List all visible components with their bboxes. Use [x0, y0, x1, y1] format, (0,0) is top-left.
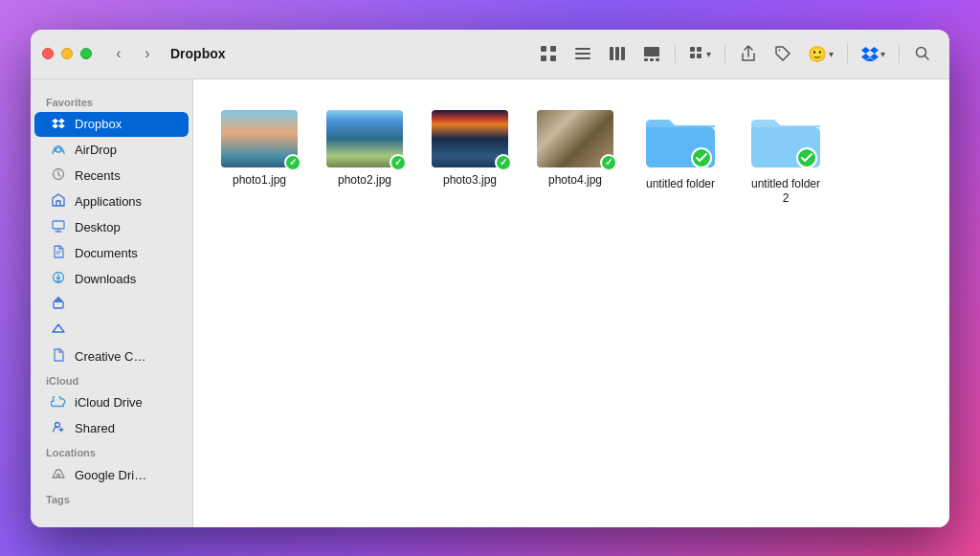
view-gallery-button[interactable] [636, 38, 667, 69]
sync-badge-photo3: ✓ [495, 154, 512, 171]
sync-badge-photo2: ✓ [390, 154, 407, 171]
file-thumb-wrapper-photo1: ✓ [221, 110, 298, 167]
toolbar-right: ▾ 🙂 ▾ [533, 38, 938, 69]
titlebar: ‹ › Dropbox [31, 30, 949, 79]
svg-point-18 [779, 50, 781, 52]
svg-rect-12 [650, 58, 654, 61]
desktop-icon [50, 219, 67, 235]
folder-icon-2 [747, 110, 824, 171]
sidebar-item-downloads[interactable]: Downloads [34, 266, 189, 292]
file-item-photo4[interactable]: ✓ photo4.jpg [532, 102, 618, 196]
airdrop-icon [50, 142, 67, 158]
sidebar-item-creative-label: Creative C… [75, 349, 145, 364]
sidebar-item-shared[interactable]: Shared [34, 415, 189, 441]
tag-button[interactable] [768, 38, 798, 69]
sidebar-item-stack1[interactable] [34, 292, 189, 318]
main-content: Favorites Dropbox AirDrop [31, 79, 949, 527]
svg-rect-4 [575, 48, 590, 50]
sidebar-item-shared-label: Shared [75, 421, 115, 435]
svg-rect-17 [697, 54, 702, 58]
finder-window: ‹ › Dropbox [31, 30, 949, 527]
file-item-photo3[interactable]: ✓ photo3.jpg [427, 102, 513, 196]
file-name-photo2: photo2.jpg [338, 173, 391, 189]
documents-icon [50, 245, 67, 261]
file-item-folder2[interactable]: untitled folder 2 [743, 102, 829, 214]
sidebar-item-google-drive[interactable]: Google Dri… [34, 462, 189, 488]
dropbox-icon [50, 117, 67, 132]
back-button[interactable]: ‹ [107, 42, 130, 65]
svg-rect-8 [615, 47, 619, 60]
sidebar-item-creative[interactable]: Creative C… [34, 344, 189, 369]
files-grid: ✓ photo1.jpg ✓ photo2.jpg ✓ [216, 102, 926, 214]
svg-rect-13 [656, 58, 659, 61]
file-name-photo1: photo1.jpg [233, 173, 286, 189]
file-name-folder2: untitled folder 2 [750, 177, 821, 207]
downloads-icon [50, 271, 67, 287]
file-thumb-wrapper-photo2: ✓ [326, 110, 403, 167]
svg-rect-11 [644, 58, 648, 61]
toolbar-divider-2 [724, 44, 725, 63]
file-thumb-wrapper-photo4: ✓ [537, 110, 613, 167]
svg-rect-3 [550, 56, 556, 61]
file-item-photo2[interactable]: ✓ photo2.jpg [322, 102, 408, 196]
file-item-photo1[interactable]: ✓ photo1.jpg [216, 102, 302, 196]
toolbar-divider-4 [899, 44, 900, 63]
applications-icon [50, 193, 67, 210]
file-name-folder1: untitled folder [646, 177, 715, 192]
icloud-section-label: iCloud [31, 369, 192, 390]
toolbar-divider-1 [675, 44, 676, 63]
sidebar-item-stack2[interactable] [34, 318, 189, 344]
sidebar: Favorites Dropbox AirDrop [31, 79, 193, 527]
google-drive-icon [50, 467, 67, 483]
shared-icon [50, 420, 67, 436]
recents-icon [50, 167, 67, 184]
sidebar-item-applications[interactable]: Applications [34, 189, 189, 214]
svg-rect-15 [697, 47, 702, 52]
sidebar-item-desktop[interactable]: Desktop [34, 214, 189, 240]
emoji-button[interactable]: 🙂 ▾ [802, 41, 839, 67]
view-list-button[interactable] [568, 38, 598, 69]
sidebar-item-desktop-label: Desktop [75, 220, 121, 234]
dropbox-button[interactable]: ▾ [856, 42, 891, 65]
close-button[interactable] [42, 48, 54, 59]
sidebar-item-airdrop[interactable]: AirDrop [34, 137, 189, 163]
forward-button[interactable]: › [136, 42, 159, 65]
tags-section-label: Tags [31, 488, 192, 509]
svg-rect-7 [610, 47, 613, 60]
sidebar-item-dropbox[interactable]: Dropbox [34, 112, 189, 137]
group-button[interactable]: ▾ [683, 42, 717, 65]
sidebar-item-documents[interactable]: Documents [34, 240, 189, 266]
sidebar-item-recents[interactable]: Recents [34, 163, 189, 189]
sidebar-item-icloud-drive[interactable]: iCloud Drive [34, 390, 189, 415]
file-name-photo4: photo4.jpg [548, 173, 602, 189]
sidebar-item-documents-label: Documents [75, 246, 138, 260]
file-item-folder1[interactable]: untitled folder [637, 102, 724, 200]
icloud-drive-icon [50, 395, 67, 411]
locations-section-label: Locations [31, 441, 192, 462]
stack1-icon [50, 297, 67, 313]
svg-rect-5 [575, 53, 590, 55]
svg-rect-0 [541, 46, 546, 52]
svg-rect-1 [550, 46, 556, 52]
view-icon-button[interactable] [533, 38, 564, 69]
stack2-icon [50, 322, 67, 339]
sidebar-item-airdrop-label: AirDrop [75, 143, 117, 157]
sidebar-item-applications-label: Applications [75, 194, 142, 209]
minimize-button[interactable] [61, 48, 73, 59]
svg-point-28 [57, 474, 60, 477]
view-columns-button[interactable] [602, 38, 633, 69]
sidebar-item-icloud-drive-label: iCloud Drive [75, 395, 143, 410]
toolbar-divider-3 [847, 44, 848, 63]
window-title: Dropbox [170, 46, 226, 61]
sync-badge-photo4: ✓ [600, 154, 617, 171]
svg-rect-9 [621, 47, 625, 60]
maximize-button[interactable] [80, 48, 92, 59]
svg-rect-16 [690, 54, 695, 58]
folder-wrapper-1 [642, 110, 719, 171]
share-button[interactable] [733, 38, 764, 69]
sidebar-item-downloads-label: Downloads [75, 272, 136, 286]
traffic-lights [42, 48, 92, 59]
svg-rect-22 [53, 221, 64, 229]
search-button[interactable] [907, 38, 938, 69]
svg-rect-6 [575, 57, 590, 59]
